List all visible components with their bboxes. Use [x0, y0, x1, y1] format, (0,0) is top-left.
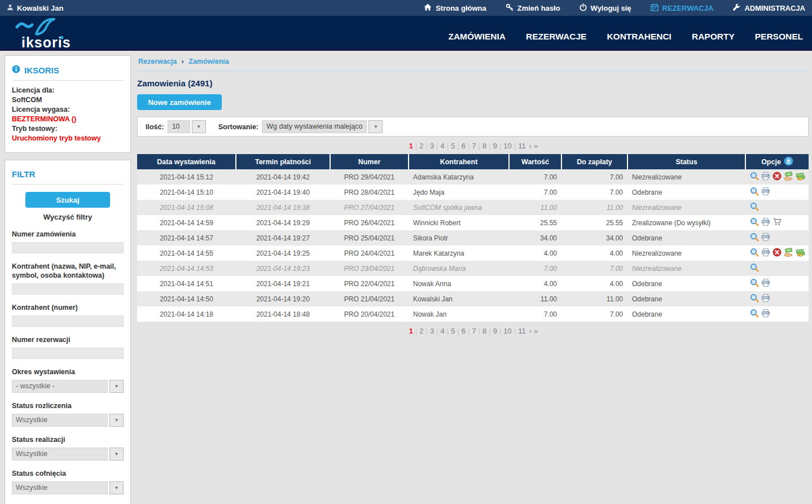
last-page-arrow[interactable]: »	[534, 142, 538, 150]
column-header-opcje[interactable]: Opcje	[745, 154, 809, 169]
view-icon[interactable]	[750, 217, 759, 228]
search-button[interactable]: Szukaj	[25, 192, 110, 208]
print-icon[interactable]	[761, 233, 770, 243]
page-11[interactable]: 11	[518, 142, 526, 150]
view-icon[interactable]	[750, 248, 759, 258]
cash-icon[interactable]	[796, 248, 805, 258]
new-order-button[interactable]: Nowe zamówienie	[137, 94, 222, 110]
chevron-down-icon[interactable]: ▼	[109, 448, 124, 461]
table-row[interactable]: 2021-04-14 15:122021-04-14 19:42PRO 29/0…	[137, 169, 809, 185]
filter-input-numer-rezerwacji[interactable]	[12, 348, 124, 359]
page-2[interactable]: 2	[419, 142, 423, 150]
last-page-arrow[interactable]: »	[534, 327, 538, 335]
next-page-arrow[interactable]: ›	[529, 142, 532, 150]
top-link-zmień-hasło[interactable]: Zmień hasło	[506, 3, 560, 13]
page-7[interactable]: 7	[472, 327, 476, 335]
chevron-down-icon[interactable]: ▼	[109, 481, 124, 494]
table-row[interactable]: 2021-04-14 14:182021-04-14 18:48PRO 20/0…	[137, 306, 809, 322]
cancel-icon[interactable]	[773, 172, 782, 182]
view-icon[interactable]	[750, 233, 759, 243]
breadcrumb-rezerwacja[interactable]: Rezerwacja	[138, 58, 177, 65]
column-header-do-zapłaty[interactable]: Do zapłaty	[561, 154, 627, 169]
filter-input-kontrahent-nazwa-nip-e-mail-sy[interactable]	[12, 283, 124, 295]
print-icon[interactable]	[761, 172, 770, 182]
chevron-down-icon[interactable]: ▼	[109, 380, 124, 393]
chevron-down-icon[interactable]: ▼	[368, 120, 383, 133]
table-row[interactable]: 2021-04-14 15:102021-04-14 19:40PRO 28/0…	[137, 185, 809, 200]
payment-icon[interactable]	[784, 172, 793, 182]
current-user[interactable]: Kowalski Jan	[7, 4, 63, 12]
view-icon[interactable]	[750, 278, 759, 289]
table-row[interactable]: 2021-04-14 14:532021-04-14 19:23PRO 23/0…	[137, 261, 809, 276]
page-5[interactable]: 5	[451, 327, 455, 335]
column-header-numer[interactable]: Numer	[330, 154, 409, 169]
page-4[interactable]: 4	[441, 142, 445, 150]
page-3[interactable]: 3	[430, 327, 434, 335]
filter-select-okres-wystawienia[interactable]: - wszystkie -▼	[12, 380, 124, 393]
page-10[interactable]: 10	[503, 142, 511, 150]
view-icon[interactable]	[750, 202, 759, 213]
print-icon[interactable]	[761, 293, 770, 304]
clear-filters-link[interactable]: Wyczyść filtry	[12, 213, 124, 221]
page-7[interactable]: 7	[472, 142, 476, 150]
filter-select-status-realizacji[interactable]: Wszystkie▼	[12, 448, 124, 461]
print-icon[interactable]	[761, 187, 770, 198]
column-header-termin-płatności[interactable]: Termin płatności	[236, 154, 330, 169]
print-icon[interactable]	[761, 309, 770, 319]
view-icon[interactable]	[750, 172, 759, 182]
iksoris-logo[interactable]: iksoris	[9, 17, 71, 50]
page-6[interactable]: 6	[462, 142, 466, 150]
page-1[interactable]: 1	[409, 327, 413, 335]
column-header-wartość[interactable]: Wartość	[509, 154, 561, 169]
page-10[interactable]: 10	[503, 327, 511, 335]
nav-kontrahenci[interactable]: KONTRAHENCI	[607, 32, 671, 42]
top-link-wyloguj-się[interactable]: Wyloguj się	[580, 3, 631, 13]
nav-zamówienia[interactable]: ZAMÓWIENIA	[448, 32, 506, 42]
download-circle-icon[interactable]	[784, 156, 793, 168]
filter-select-status-rozliczenia[interactable]: Wszystkie▼	[12, 414, 124, 427]
cart-icon[interactable]	[773, 217, 782, 228]
nav-rezerwacje[interactable]: REZERWACJE	[526, 32, 586, 42]
chevron-down-icon[interactable]: ▼	[109, 414, 124, 427]
breadcrumb-zamowienia[interactable]: Zamówienia	[188, 58, 229, 65]
table-row[interactable]: 2021-04-14 14:572021-04-14 19:27PRO 25/0…	[137, 230, 809, 246]
filter-select-status-cofnięcia[interactable]: Wszystkie▼	[12, 481, 124, 494]
table-row[interactable]: 2021-04-14 14:512021-04-14 19:21PRO 22/0…	[137, 276, 809, 291]
page-11[interactable]: 11	[518, 327, 526, 335]
table-row[interactable]: 2021-04-14 14:592021-04-14 19:29PRO 26/0…	[137, 215, 809, 230]
print-icon[interactable]	[761, 248, 770, 258]
view-icon[interactable]	[750, 309, 759, 319]
sorting-select[interactable]: Wg daty wystawienia malejąco ▼	[262, 120, 383, 133]
page-8[interactable]: 8	[482, 327, 486, 335]
nav-personel[interactable]: PERSONEL	[755, 32, 803, 42]
page-9[interactable]: 9	[493, 327, 497, 335]
chevron-down-icon[interactable]: ▼	[192, 120, 206, 133]
cash-icon[interactable]	[796, 172, 805, 182]
cancel-icon[interactable]	[773, 248, 782, 258]
top-link-strona-główna[interactable]: Strona główna	[424, 3, 486, 12]
quantity-select[interactable]: 10 ▼	[168, 120, 206, 133]
payment-icon[interactable]	[784, 248, 793, 258]
page-8[interactable]: 8	[482, 142, 486, 150]
table-row[interactable]: 2021-04-14 14:502021-04-14 19:20PRO 21/0…	[137, 291, 809, 306]
page-2[interactable]: 2	[419, 327, 423, 335]
view-icon[interactable]	[750, 293, 759, 304]
table-row[interactable]: 2021-04-14 14:552021-04-14 19:25PRO 24/0…	[137, 246, 809, 261]
table-row[interactable]: 2021-04-14 15:082021-04-14 19:38PRO 27/0…	[137, 200, 809, 215]
page-5[interactable]: 5	[451, 142, 455, 150]
view-icon[interactable]	[750, 263, 759, 274]
page-1[interactable]: 1	[409, 142, 413, 150]
top-link-rezerwacja[interactable]: REZERWACJA	[651, 3, 714, 13]
nav-raporty[interactable]: RAPORTY	[692, 32, 735, 42]
column-header-status[interactable]: Status	[627, 154, 745, 169]
page-3[interactable]: 3	[430, 142, 434, 150]
column-header-data-wystawienia[interactable]: Data wystawienia	[137, 154, 236, 169]
print-icon[interactable]	[761, 217, 770, 228]
filter-input-kontrahent-numer[interactable]	[12, 315, 124, 327]
filter-input-numer-zamówienia[interactable]	[12, 242, 124, 253]
view-icon[interactable]	[750, 187, 759, 198]
next-page-arrow[interactable]: ›	[529, 327, 532, 335]
print-icon[interactable]	[761, 278, 770, 289]
top-link-administracja[interactable]: ADMINISTRACJA	[732, 3, 805, 13]
page-6[interactable]: 6	[462, 327, 466, 335]
